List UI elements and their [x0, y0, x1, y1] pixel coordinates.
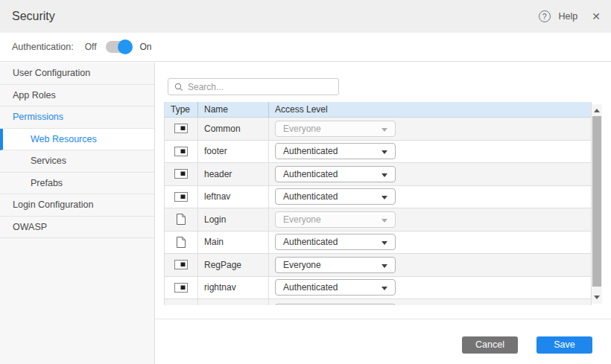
access-cell: Everyone — [269, 254, 591, 276]
chevron-down-icon — [382, 219, 387, 223]
search-input[interactable] — [188, 82, 329, 92]
resource-type-icon — [174, 260, 188, 269]
column-header-name: Name — [198, 102, 269, 117]
permissions-table: Type Name Access Level Common Everyone — [164, 102, 592, 305]
table-row: header Authenticated — [165, 163, 591, 186]
name-cell: header — [198, 163, 269, 185]
table-row: RegPage Everyone — [165, 254, 591, 277]
name-cell: Main — [198, 232, 269, 254]
access-cell: Authenticated — [269, 277, 591, 299]
column-header-type: Type — [165, 102, 198, 117]
access-level-value: Authenticated — [276, 146, 338, 156]
search-box — [168, 78, 339, 95]
partial-icon — [174, 260, 188, 269]
help-icon[interactable]: ? — [539, 10, 551, 22]
save-button[interactable]: Save — [536, 336, 592, 354]
page-title: Security — [12, 0, 55, 33]
access-cell — [269, 299, 591, 305]
table-row: rightnav Authenticated — [165, 277, 591, 300]
help-link[interactable]: Help — [559, 11, 578, 22]
name-cell: footer — [198, 141, 269, 163]
resource-type-icon — [174, 147, 188, 156]
access-level-value: Everyone — [276, 260, 321, 270]
chevron-down-icon — [382, 287, 387, 290]
access-level-dropdown[interactable]: Authenticated — [275, 143, 396, 159]
sidebar-item-web-resources[interactable]: Web Resources — [0, 129, 154, 151]
resource-type-icon — [174, 124, 188, 133]
authentication-label: Authentication: — [12, 42, 74, 52]
name-cell: RegPage — [198, 254, 269, 276]
access-level-dropdown[interactable] — [275, 304, 396, 305]
table-row: footer Authenticated — [165, 141, 591, 164]
name-cell: Common — [198, 118, 269, 140]
type-cell — [165, 208, 198, 231]
name-cell: rightnav — [198, 277, 269, 299]
chevron-down-icon — [382, 150, 387, 154]
chevron-down-icon — [382, 241, 387, 245]
access-level-dropdown[interactable]: Everyone — [275, 257, 396, 273]
scroll-up-arrow-icon[interactable] — [594, 109, 600, 112]
partial-icon — [174, 283, 188, 293]
toggle-off-label: Off — [85, 42, 97, 52]
close-icon[interactable]: ✕ — [592, 10, 601, 22]
access-cell: Everyone — [269, 208, 591, 231]
chevron-down-icon — [382, 196, 387, 199]
partial-icon — [174, 124, 188, 133]
access-level-dropdown[interactable]: Authenticated — [275, 279, 396, 296]
access-cell: Authenticated — [269, 232, 591, 254]
partial-icon — [174, 147, 188, 156]
type-cell — [165, 254, 198, 276]
titlebar-actions: ? Help ✕ — [539, 0, 601, 33]
access-cell: Everyone — [269, 118, 591, 140]
authentication-toggle[interactable] — [106, 41, 131, 53]
access-cell: Authenticated — [269, 163, 591, 185]
name-cell — [198, 299, 269, 305]
sidebar-item-services[interactable]: Services — [0, 150, 154, 173]
sidebar-item-app-roles[interactable]: App Roles — [0, 85, 154, 107]
access-level-dropdown[interactable]: Authenticated — [275, 166, 396, 182]
column-header-access-level: Access Level — [269, 102, 591, 117]
table-row: Main Authenticated — [165, 232, 591, 255]
cancel-button[interactable]: Cancel — [462, 336, 518, 354]
page-icon — [177, 214, 186, 225]
toggle-on-label: On — [140, 42, 152, 52]
type-cell — [165, 186, 198, 208]
footer-divider — [155, 319, 611, 319]
access-level-value: Everyone — [276, 124, 321, 134]
table-row: Login Everyone — [165, 208, 591, 232]
authentication-bar: Authentication: Off On — [0, 33, 611, 62]
sidebar-item-owasp[interactable]: OWASP — [0, 217, 154, 239]
resource-type-icon — [177, 237, 186, 248]
table-row: leftnav Authenticated — [165, 186, 591, 209]
type-cell — [165, 141, 198, 163]
access-level-dropdown[interactable]: Everyone — [275, 211, 396, 228]
scroll-down-arrow-icon[interactable] — [594, 296, 600, 299]
access-level-dropdown[interactable]: Authenticated — [275, 188, 396, 205]
table-scrollbar[interactable] — [592, 104, 602, 304]
table-header: Type Name Access Level — [165, 102, 591, 118]
access-level-dropdown[interactable]: Authenticated — [275, 234, 396, 250]
toggle-knob — [118, 39, 133, 54]
sidebar-item-permissions[interactable]: Permissions — [0, 106, 154, 129]
chevron-down-icon — [382, 128, 387, 132]
access-level-dropdown[interactable]: Everyone — [275, 121, 396, 137]
name-cell: Login — [198, 208, 269, 231]
access-cell: Authenticated — [269, 186, 591, 208]
partial-icon — [174, 192, 188, 202]
resource-type-icon — [174, 283, 188, 293]
table-row-partial — [165, 299, 591, 305]
sidebar-item-prefabs[interactable]: Prefabs — [0, 173, 154, 195]
type-cell — [165, 232, 198, 254]
page-icon — [177, 237, 186, 248]
sidebar: User Configuration App Roles Permissions… — [0, 63, 155, 364]
type-cell — [165, 163, 198, 185]
access-cell: Authenticated — [269, 141, 591, 163]
sidebar-item-user-configuration[interactable]: User Configuration — [0, 63, 154, 85]
titlebar: Security ? Help ✕ — [0, 0, 611, 33]
partial-icon — [174, 169, 188, 179]
type-cell — [165, 299, 198, 305]
scrollbar-thumb[interactable] — [592, 116, 601, 287]
sidebar-item-login-configuration[interactable]: Login Configuration — [0, 194, 154, 217]
chevron-down-icon — [382, 173, 387, 177]
name-cell: leftnav — [198, 186, 269, 208]
